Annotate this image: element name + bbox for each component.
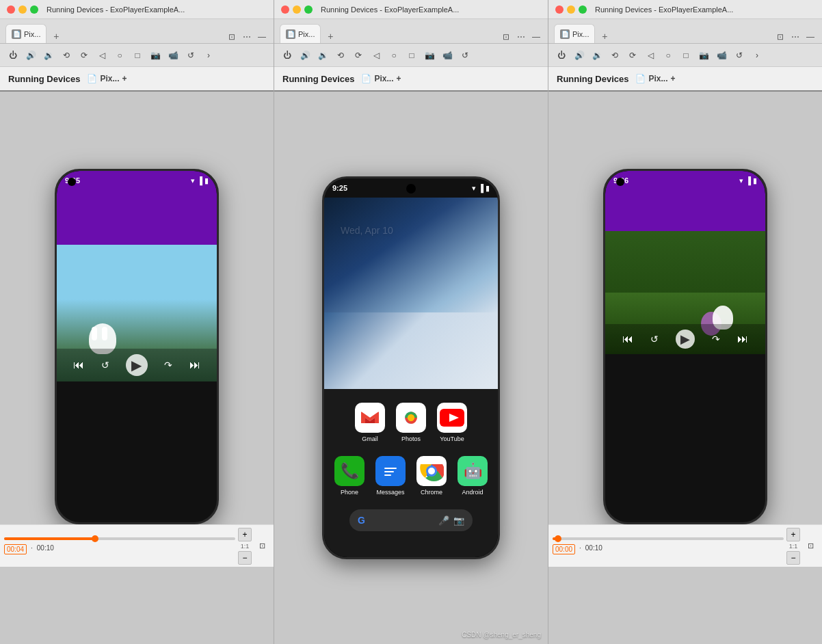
r-rewind-button[interactable]: ↺ — [650, 334, 659, 345]
left-tab-fullscreen[interactable]: ⊡ — [226, 31, 238, 43]
right-tab[interactable]: 📄 Pix... — [554, 24, 595, 43]
prev-track-button[interactable]: ⏮ — [73, 359, 84, 371]
m-rotate-icon[interactable]: ⟲ — [333, 48, 348, 63]
left-timeline-thumb[interactable] — [92, 535, 98, 542]
m-screenrecord-icon[interactable]: 📹 — [440, 48, 455, 63]
left-tab-menu[interactable]: ⋯ — [241, 31, 253, 43]
right-tab-menu[interactable]: ⋯ — [789, 31, 801, 43]
middle-new-tab-button[interactable]: + — [323, 29, 337, 43]
left-fullscreen-button[interactable]: ⊡ — [254, 539, 269, 554]
right-timeline-track[interactable] — [553, 537, 784, 540]
left-tab[interactable]: 📄 Pix... — [5, 24, 47, 43]
r-rotate-icon[interactable]: ⟲ — [607, 48, 622, 63]
zoom-out-button[interactable]: − — [238, 551, 252, 565]
middle-tab-close[interactable]: — — [530, 31, 542, 43]
play-pause-button[interactable]: ▶ — [126, 354, 148, 376]
r-screenrecord-icon[interactable]: 📹 — [714, 48, 729, 63]
r-play-pause-button[interactable]: ▶ — [676, 330, 695, 349]
screenshot-icon[interactable]: 📷 — [148, 48, 163, 63]
m-screenshot-icon[interactable]: 📷 — [422, 48, 437, 63]
rotate-icon[interactable]: ⟲ — [59, 48, 74, 63]
r-screenshot-icon[interactable]: 📷 — [696, 48, 711, 63]
right-status-icons: ▾ ▐ ▮ — [739, 176, 757, 185]
refresh-icon[interactable]: ↺ — [183, 48, 198, 63]
r-forward-button[interactable]: ↷ — [712, 334, 720, 345]
middle-minimize-icon[interactable] — [293, 5, 301, 14]
right-traffic-lights — [555, 5, 587, 14]
r-power-icon[interactable]: ⏻ — [554, 48, 569, 63]
r-overview-icon[interactable]: □ — [678, 48, 693, 63]
phone-app-icon[interactable]: 📞 Phone — [334, 456, 364, 496]
right-timeline-thumb[interactable] — [555, 535, 561, 542]
home-search-bar[interactable]: G 🎤 📷 — [349, 509, 473, 531]
volume-icon[interactable]: 🔊 — [23, 48, 38, 63]
android-app-icon[interactable]: 🤖 Android — [458, 456, 488, 496]
overview-icon[interactable]: □ — [130, 48, 145, 63]
r-vol-down-icon[interactable]: 🔉 — [589, 48, 605, 63]
r-refresh-icon[interactable]: ↺ — [732, 48, 747, 63]
lens-icon[interactable]: 📷 — [453, 515, 464, 526]
r-volume-icon[interactable]: 🔊 — [572, 48, 587, 63]
home-icon[interactable]: ○ — [112, 48, 127, 63]
right-close-icon[interactable] — [555, 5, 564, 14]
rewind-button[interactable]: ↺ — [101, 360, 109, 371]
screenrecord-icon[interactable]: 📹 — [165, 48, 181, 63]
left-timeline-track[interactable] — [4, 537, 235, 540]
maximize-icon[interactable] — [30, 5, 38, 14]
m-overview-icon[interactable]: □ — [404, 48, 419, 63]
m-volume-icon[interactable]: 🔊 — [297, 48, 313, 63]
r-more-icon[interactable]: › — [750, 48, 765, 63]
right-device-tab[interactable]: 📄 Pix... + — [635, 74, 675, 83]
middle-device-tab[interactable]: 📄 Pix... + — [361, 74, 401, 83]
right-video-area[interactable]: ⏮ ↺ ▶ ↷ ⏭ — [605, 231, 765, 354]
m-power-icon[interactable]: ⏻ — [280, 48, 295, 63]
middle-tab[interactable]: 📄 Pix... — [280, 24, 321, 43]
gmail-app-icon[interactable]: Gmail — [355, 403, 385, 442]
chrome-app-icon[interactable]: Chrome — [416, 456, 447, 496]
r-back-icon[interactable]: ◁ — [643, 48, 658, 63]
right-new-tab-button[interactable]: + — [598, 29, 611, 43]
m-home-icon[interactable]: ○ — [386, 48, 401, 63]
r-zoom-out-button[interactable]: − — [786, 551, 800, 565]
m-refresh-icon[interactable]: ↺ — [458, 48, 473, 63]
home-icons-grid: Gmail — [324, 389, 498, 556]
right-maximize-icon[interactable] — [579, 5, 587, 14]
m-back-icon[interactable]: ◁ — [369, 48, 384, 63]
middle-close-icon[interactable] — [281, 5, 289, 14]
minimize-icon[interactable] — [18, 5, 27, 14]
middle-tab-menu[interactable]: ⋯ — [515, 31, 527, 43]
forward-button[interactable]: ↷ — [164, 360, 172, 371]
youtube-app-icon[interactable]: YouTube — [437, 403, 467, 442]
back-icon[interactable]: ◁ — [94, 48, 109, 63]
rotate2-icon[interactable]: ⟳ — [77, 48, 92, 63]
right-fullscreen-button[interactable]: ⊡ — [803, 539, 818, 554]
left-timeline[interactable]: 00:04 · 00:10 — [4, 537, 235, 554]
right-tab-fullscreen[interactable]: ⊡ — [774, 31, 786, 43]
mic-icon[interactable]: 🎤 — [438, 515, 449, 526]
middle-maximize-icon[interactable] — [304, 5, 313, 14]
right-app-header — [605, 190, 765, 231]
m-vol-down-icon[interactable]: 🔉 — [315, 48, 330, 63]
photos-app-icon[interactable]: Photos — [396, 403, 426, 442]
right-minimize-icon[interactable] — [567, 5, 575, 14]
messages-app-icon[interactable]: Messages — [375, 456, 406, 496]
r-zoom-in-button[interactable]: + — [786, 528, 800, 541]
left-tab-close[interactable]: — — [256, 31, 268, 43]
next-track-button[interactable]: ⏭ — [189, 359, 200, 371]
power-icon[interactable]: ⏻ — [5, 48, 21, 63]
zoom-in-button[interactable]: + — [238, 528, 252, 541]
left-new-tab-button[interactable]: + — [49, 29, 63, 43]
close-icon[interactable] — [7, 5, 15, 14]
r-prev-track-button[interactable]: ⏮ — [622, 333, 633, 345]
r-rotate2-icon[interactable]: ⟳ — [625, 48, 640, 63]
vol-down-icon[interactable]: 🔉 — [41, 48, 56, 63]
r-next-track-button[interactable]: ⏭ — [737, 333, 748, 345]
m-rotate2-icon[interactable]: ⟳ — [351, 48, 366, 63]
r-home-icon[interactable]: ○ — [661, 48, 676, 63]
middle-tab-fullscreen[interactable]: ⊡ — [500, 31, 512, 43]
more-icon[interactable]: › — [201, 48, 216, 63]
right-tab-close[interactable]: — — [804, 31, 817, 43]
left-device-tab[interactable]: 📄 Pix... + — [87, 74, 127, 83]
right-timeline[interactable]: 00:00 · 00:10 — [553, 537, 784, 554]
left-video-area[interactable]: ⏮ ↺ ▶ ↷ ⏭ — [57, 245, 217, 381]
